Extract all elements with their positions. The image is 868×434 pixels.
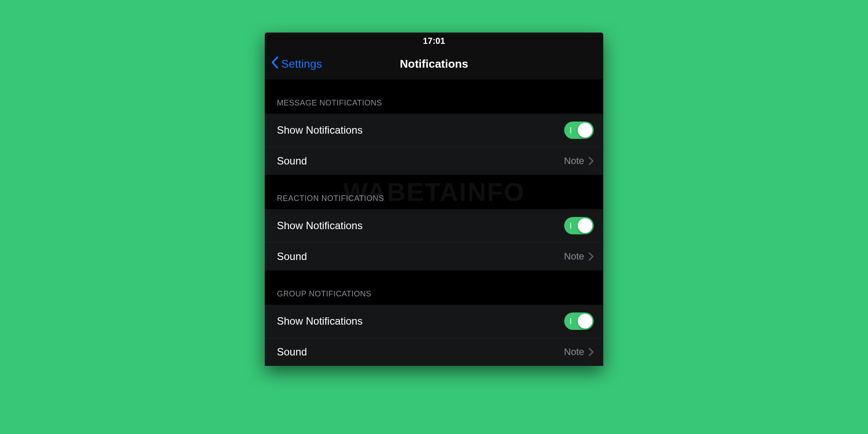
chevron-left-icon — [271, 56, 279, 72]
row-reaction-show[interactable]: Show Notifications — [265, 209, 603, 242]
row-reaction-sound[interactable]: Sound Note — [265, 242, 603, 270]
chevron-right-icon — [589, 348, 594, 356]
section-gap — [265, 175, 603, 190]
section-header-reaction: REACTION NOTIFICATIONS — [265, 190, 603, 209]
row-message-show[interactable]: Show Notifications — [265, 114, 603, 147]
toggle-group-show[interactable] — [564, 312, 594, 330]
toggle-knob — [578, 123, 592, 138]
toggle-knob — [578, 218, 592, 233]
row-group-show[interactable]: Show Notifications — [265, 305, 603, 338]
row-group-sound[interactable]: Sound Note — [265, 338, 603, 366]
row-label: Sound — [277, 155, 564, 167]
section-header-message: MESSAGE NOTIFICATIONS — [265, 94, 603, 114]
nav-bar: Settings Notifications — [265, 49, 603, 79]
row-label: Sound — [277, 346, 564, 358]
toggle-reaction-show[interactable] — [564, 217, 594, 234]
row-value: Note — [564, 346, 584, 358]
row-label: Sound — [277, 250, 564, 263]
page-title: Notifications — [400, 57, 468, 71]
back-label: Settings — [281, 57, 322, 71]
toggle-tick-icon — [570, 223, 571, 229]
status-time: 17:01 — [423, 36, 445, 46]
section-gap — [265, 270, 603, 285]
row-label: Show Notifications — [277, 315, 564, 327]
back-button[interactable]: Settings — [271, 49, 322, 79]
phone-screen: 17:01 Settings Notifications MESSAGE NOT… — [265, 33, 603, 366]
toggle-tick-icon — [570, 318, 571, 324]
toggle-knob — [578, 314, 592, 329]
row-value: Note — [564, 155, 584, 167]
chevron-right-icon — [589, 157, 594, 165]
section-header-group: GROUP NOTIFICATIONS — [265, 285, 603, 305]
row-label: Show Notifications — [277, 124, 564, 136]
status-bar: 17:01 — [265, 33, 603, 49]
row-value: Note — [564, 251, 584, 262]
row-message-sound[interactable]: Sound Note — [265, 147, 603, 175]
section-gap — [265, 79, 603, 94]
toggle-tick-icon — [570, 127, 571, 133]
row-label: Show Notifications — [277, 220, 564, 232]
toggle-message-show[interactable] — [564, 122, 594, 139]
chevron-right-icon — [589, 252, 594, 261]
